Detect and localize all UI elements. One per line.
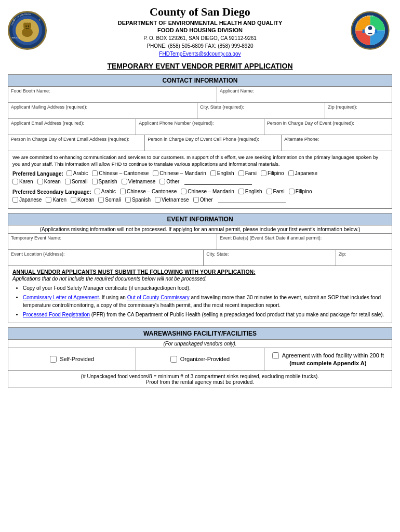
city-state-cell: City, State (required):	[197, 103, 325, 118]
phone-cell: Applicant Phone Number (required):	[136, 119, 264, 135]
event-zip-label: Zip:	[339, 251, 389, 257]
sec-english[interactable]: English	[238, 189, 262, 194]
event-zip-cell: Zip:	[336, 250, 392, 265]
pref-other-text[interactable]	[184, 179, 252, 185]
svg-text:MDCCCL: MDCCCL	[12, 36, 20, 38]
annual-item-2: Commissary Letter of Agreement. If using…	[23, 294, 388, 309]
pref-karen[interactable]: Karen	[12, 179, 33, 184]
preferred-label: Preferred Language:	[12, 171, 63, 177]
sec-korean[interactable]: Korean	[71, 197, 94, 203]
annual-list: Copy of your Food Safety Manager certifi…	[12, 284, 388, 318]
contact-row-1: Food Booth Name: Applicant Name:	[8, 87, 392, 103]
secondary-lang-row2: Japanese Karen Korean Somali Spanish Vie…	[12, 197, 388, 204]
person-email-cell: Person in Charge Day of Event Email Addr…	[8, 135, 145, 151]
contact-row-2: Applicant Mailing Address (required): Ci…	[8, 103, 392, 119]
food-booth-cell: Food Booth Name:	[8, 87, 217, 102]
event-name-value	[11, 242, 214, 248]
self-provided-label: Self-Provided	[60, 356, 94, 362]
sec-japanese[interactable]: Japanese	[12, 197, 42, 203]
pref-japanese[interactable]: Japanese	[288, 170, 317, 176]
event-row-1: Temporary Event Name: Event Date(s) (Eve…	[8, 234, 392, 250]
event-subheader: (Applications missing information will n…	[8, 225, 392, 234]
alt-phone-value	[284, 143, 389, 149]
pref-arabic[interactable]: Arabic	[66, 170, 88, 176]
sec-filipino[interactable]: Filipino	[289, 189, 312, 194]
pref-chinese-cantonese[interactable]: Chinese – Cantonese	[92, 170, 149, 176]
person-cell-label: Person in Charge Day of Event Cell Phone…	[148, 137, 278, 142]
email-link[interactable]: FHDTempEvents@sdcounty.ca.gov	[159, 51, 241, 57]
event-row-2: Event Location (Address): City, State: Z…	[8, 250, 392, 266]
food-booth-label: Food Booth Name:	[11, 88, 214, 94]
dept-line2: FOOD AND HOUSING DIVISION	[118, 27, 283, 33]
contact-row-4: Person in Charge Day of Event Email Addr…	[8, 135, 392, 151]
dept-line1: DEPARTMENT OF ENVIRONMENTAL HEALTH AND Q…	[118, 20, 283, 26]
self-provided-checkbox[interactable]	[50, 356, 57, 363]
city-state-value	[200, 111, 322, 117]
annual-title: ANNUAL VENDOR APPLICANTS MUST SUBMIT THE…	[12, 269, 388, 275]
person-cell-cell: Person in Charge Day of Event Cell Phone…	[145, 135, 282, 151]
svg-point-7	[25, 25, 26, 26]
pref-korean[interactable]: Korean	[37, 179, 61, 184]
zip-value	[328, 111, 389, 117]
preferred-lang-row2: Karen Korean Somali Spanish Vietnamese O…	[12, 179, 388, 185]
page-header: ★ ★ MDCCCL COUNTY OF SAN DIEGO County of…	[8, 5, 392, 58]
event-location-cell: Event Location (Address):	[8, 250, 204, 265]
sec-spanish[interactable]: Spanish	[125, 197, 151, 203]
sec-vietnamese[interactable]: Vietnamese	[155, 197, 189, 203]
event-dates-cell: Event Date(s) (Event Start Date if annua…	[217, 234, 392, 249]
pref-vietnamese[interactable]: Vietnamese	[122, 179, 156, 184]
secondary-lang-row1: Preferred Secondary Language: Arabic Chi…	[12, 189, 388, 195]
commissary-link[interactable]: Commissary Letter of Agreement	[23, 295, 99, 300]
agreement-cell[interactable]: Agreement with food facility within 200 …	[264, 348, 392, 370]
county-title: County of San Diego	[118, 5, 283, 19]
organizer-provided-cell[interactable]: Organizer-Provided	[136, 348, 264, 370]
sec-arabic[interactable]: Arabic	[95, 189, 116, 194]
event-name-cell: Temporary Event Name:	[8, 234, 217, 249]
pref-somali[interactable]: Somali	[65, 179, 88, 184]
svg-text:👤: 👤	[374, 29, 378, 33]
pref-spanish[interactable]: Spanish	[92, 179, 117, 184]
pfr-link[interactable]: Processed Food Registration	[23, 312, 90, 317]
sec-other-text[interactable]	[218, 197, 286, 203]
city-state-label: City, State (required):	[200, 104, 322, 110]
applicant-name-value	[220, 95, 389, 101]
svg-point-8	[28, 25, 29, 26]
warewashing-subheader: (For unpackaged vendors only).	[8, 340, 392, 348]
logo-left: ★ ★ MDCCCL COUNTY OF SAN DIEGO	[8, 11, 49, 52]
event-section: EVENT INFORMATION (Applications missing …	[8, 213, 392, 323]
warewash-options: Self-Provided Organizer-Provided Agreeme…	[8, 348, 392, 371]
out-county-link[interactable]: Out of County Commissary	[127, 295, 190, 300]
applicant-name-cell: Applicant Name:	[217, 87, 392, 102]
self-provided-cell[interactable]: Self-Provided	[8, 348, 136, 370]
header-address: P. O. BOX 129261, SAN DIEGO, CA 92112-92…	[118, 34, 283, 58]
warewash-note-line2: Proof from the rental agency must be pro…	[11, 379, 389, 385]
organizer-provided-label: Organizer-Provided	[180, 356, 230, 362]
sec-somali[interactable]: Somali	[98, 197, 121, 203]
email-label: Applicant Email Address (required):	[11, 121, 133, 126]
phone-label: Applicant Phone Number (required):	[139, 121, 261, 126]
page-title: TEMPORARY EVENT VENDOR PERMIT APPLICATIO…	[8, 62, 392, 70]
sec-chinese-cantonese[interactable]: Chinese – Cantonese	[120, 189, 177, 194]
pref-farsi[interactable]: Farsi	[238, 170, 257, 176]
person-charge-label: Person in Charge Day of Event (required)…	[267, 121, 389, 126]
warewashing-header: WAREWASHING FACILITY/FACILITIES	[8, 328, 392, 340]
organizer-provided-checkbox[interactable]	[170, 356, 177, 363]
pref-filipino[interactable]: Filipino	[261, 170, 284, 176]
agreement-note: (must complete Appendix A)	[289, 360, 366, 366]
sec-chinese-mandarin[interactable]: Chinese – Mandarin	[181, 189, 234, 194]
event-city-cell: City, State:	[204, 250, 336, 265]
pref-english[interactable]: English	[210, 170, 234, 176]
email-cell: Applicant Email Address (required):	[8, 119, 136, 135]
annual-section: ANNUAL VENDOR APPLICANTS MUST SUBMIT THE…	[8, 266, 392, 323]
agreement-checkbox[interactable]	[272, 352, 279, 359]
person-email-value	[11, 143, 142, 149]
pref-chinese-mandarin[interactable]: Chinese – Mandarin	[153, 170, 206, 176]
annual-item-1-text: Copy of your Food Safety Manager certifi…	[23, 285, 191, 291]
event-location-label: Event Location (Address):	[11, 251, 201, 257]
pref-other[interactable]: Other	[159, 179, 179, 184]
sec-farsi[interactable]: Farsi	[266, 189, 285, 194]
header-text: County of San Diego DEPARTMENT OF ENVIRO…	[118, 5, 283, 58]
person-charge-cell: Person in Charge Day of Event (required)…	[264, 119, 392, 135]
sec-other[interactable]: Other	[193, 197, 213, 203]
sec-karen[interactable]: Karen	[46, 197, 66, 203]
